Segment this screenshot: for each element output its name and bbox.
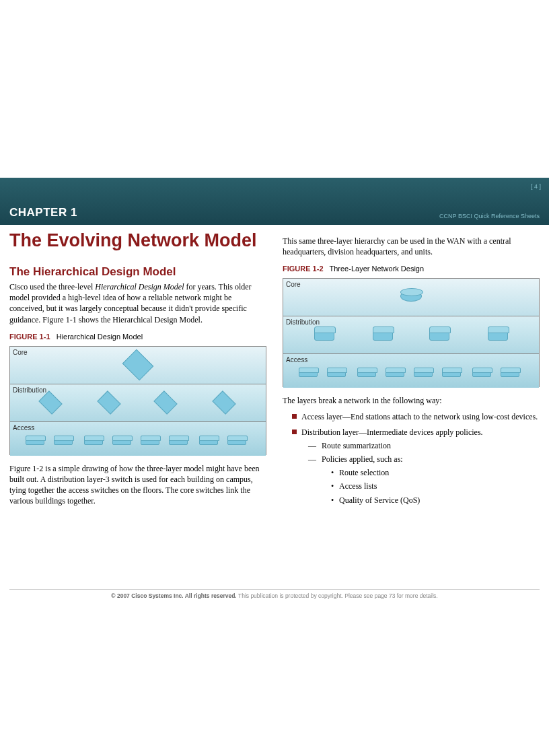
- dist-switch-icon: [153, 390, 177, 414]
- dist-label: Distribution: [286, 318, 320, 327]
- figure-2-caption: FIGURE 1-2 Three-Layer Network Design: [283, 264, 540, 274]
- access-switch-icon: [26, 437, 44, 445]
- content-area: The Evolving Network Model The Hierarchi…: [9, 232, 540, 512]
- policy-access-lists: Access lists: [331, 481, 540, 491]
- access-switch-icon: [386, 369, 404, 377]
- access-layer: Access: [10, 422, 266, 456]
- policies-sublist: Route selection Access lists Quality of …: [331, 467, 540, 506]
- figure-title: Hierarchical Design Model: [57, 333, 143, 341]
- distribution-layer: Distribution: [283, 316, 539, 354]
- access-switch-icon: [299, 369, 318, 377]
- access-switch-icon: [112, 437, 131, 445]
- header-band: [ 4 ] CHAPTER 1 CCNP BSCI Quick Referenc…: [0, 178, 549, 225]
- access-switch-icon: [169, 437, 188, 445]
- access-switch-icon: [472, 369, 491, 377]
- core-router-icon: [400, 291, 422, 302]
- dist-label: Distribution: [13, 386, 46, 395]
- core-label: Core: [13, 348, 28, 357]
- sub-policies: Policies applied, such as: Route selecti…: [308, 454, 540, 506]
- access-switch-icon: [357, 369, 376, 377]
- italic-term: Hierarchical Design Model: [95, 282, 184, 291]
- layer-break-list: Access layer—End stations attach to the …: [292, 411, 540, 505]
- right-intro: This same three-layer hierarchy can be u…: [283, 236, 540, 257]
- figure-label: FIGURE 1-2: [283, 265, 324, 273]
- access-switch-icon: [199, 437, 218, 445]
- left-column: The Evolving Network Model The Hierarchi…: [9, 232, 266, 512]
- core-label: Core: [286, 280, 301, 289]
- dist-switch-icon: [212, 390, 235, 414]
- access-switch-icon: [442, 369, 461, 377]
- access-layer: Access: [283, 354, 539, 388]
- core-layer: Core: [283, 279, 539, 316]
- footer: © 2007 Cisco Systems Inc. All rights res…: [9, 589, 540, 599]
- intro-paragraph: Cisco used the three-level Hierarchical …: [9, 281, 266, 325]
- access-switch-icon: [327, 369, 346, 377]
- section-title: The Hierarchical Design Model: [9, 265, 266, 280]
- bullet-access: Access layer—End stations attach to the …: [292, 411, 540, 422]
- dist-switch-icon: [97, 390, 120, 414]
- access-switch-icon: [141, 437, 159, 445]
- figure-2-diagram: Core Distribution Access: [283, 278, 540, 387]
- distribution-layer: Distribution: [10, 384, 266, 422]
- break-intro: The layers break a network in the follow…: [283, 395, 540, 406]
- access-switch-icon: [501, 369, 519, 377]
- text: Distribution layer—Intermediate devices …: [301, 427, 483, 437]
- figure-1-diagram: Core Distribution Access: [9, 346, 266, 455]
- core-layer: Core: [10, 347, 266, 384]
- access-label: Access: [13, 423, 34, 433]
- access-switch-icon: [84, 437, 103, 445]
- copyright-bold: © 2007 Cisco Systems Inc. All rights res…: [111, 592, 236, 599]
- figure-title: Three-Layer Network Design: [330, 265, 425, 273]
- policy-route-selection: Route selection: [331, 467, 540, 478]
- dist-l3switch-icon: [429, 329, 449, 341]
- paragraph-2: Figure 1-2 is a simple drawing of how th…: [9, 463, 266, 507]
- chapter-label: CHAPTER 1: [9, 206, 77, 219]
- text: Policies applied, such as:: [322, 454, 403, 464]
- figure-label: FIGURE 1-1: [9, 333, 50, 341]
- policy-qos: Quality of Service (QoS): [331, 495, 540, 506]
- page-number: [ 4 ]: [531, 183, 541, 190]
- reference-label: CCNP BSCI Quick Reference Sheets: [439, 213, 540, 219]
- access-switch-icon: [54, 437, 73, 445]
- page-title: The Evolving Network Model: [9, 232, 266, 250]
- copyright-rest: This publication is protected by copyrig…: [237, 592, 438, 599]
- dist-l3switch-icon: [314, 329, 334, 341]
- figure-1-caption: FIGURE 1-1 Hierarchical Design Model: [9, 332, 266, 342]
- dist-l3switch-icon: [488, 329, 508, 341]
- text: Cisco used the three-level: [9, 282, 95, 291]
- core-switch-icon: [122, 349, 154, 380]
- dist-l3switch-icon: [373, 329, 393, 341]
- right-column: This same three-layer hierarchy can be u…: [283, 232, 540, 512]
- access-label: Access: [286, 355, 307, 365]
- access-switch-icon: [414, 369, 433, 377]
- sub-route-summarization: Route summarization: [308, 440, 540, 451]
- access-switch-icon: [227, 437, 246, 445]
- dist-sublist: Route summarization Policies applied, su…: [308, 440, 540, 506]
- bullet-distribution: Distribution layer—Intermediate devices …: [292, 427, 540, 506]
